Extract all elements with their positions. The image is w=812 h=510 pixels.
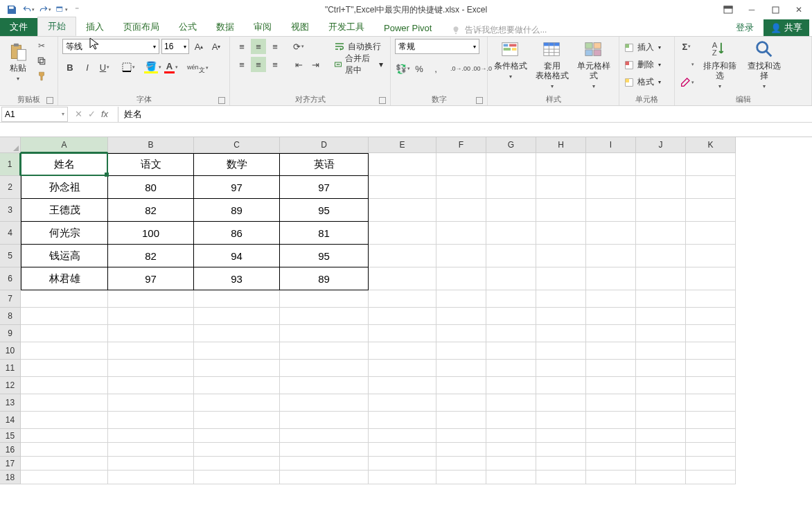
column-header[interactable]: B [108, 137, 194, 153]
cell[interactable] [536, 199, 586, 222]
cell[interactable]: 林君雄 [21, 267, 108, 290]
cell[interactable] [369, 394, 436, 412]
cell[interactable] [536, 394, 586, 412]
cell[interactable] [108, 443, 194, 457]
tab-review[interactable]: 审阅 [244, 18, 281, 36]
cell[interactable] [280, 471, 369, 484]
cell[interactable] [436, 429, 486, 443]
cell[interactable] [21, 412, 108, 429]
column-header[interactable]: K [686, 137, 736, 153]
fx-icon[interactable]: fx [101, 109, 112, 119]
cell[interactable]: 81 [280, 222, 369, 245]
row-header[interactable]: 1 [0, 153, 21, 176]
cell[interactable] [280, 377, 369, 394]
tab-formulas[interactable]: 公式 [169, 18, 206, 36]
row-header[interactable]: 17 [0, 457, 21, 471]
minimize-icon[interactable]: ─ [741, 2, 762, 17]
redo-icon[interactable]: ▾ [39, 3, 51, 16]
cell[interactable] [21, 457, 108, 471]
cell[interactable] [486, 471, 536, 484]
cell[interactable] [636, 199, 686, 222]
font-launcher[interactable] [218, 97, 225, 104]
cell[interactable] [436, 308, 486, 325]
cell[interactable] [280, 325, 369, 342]
cell[interactable] [686, 360, 736, 377]
cell[interactable] [369, 245, 436, 267]
cell[interactable] [369, 153, 436, 176]
cell[interactable] [486, 245, 536, 267]
increase-indent-icon[interactable]: ⇥ [308, 57, 323, 72]
cell[interactable] [369, 308, 436, 325]
cell[interactable] [686, 471, 736, 484]
cell[interactable] [586, 377, 636, 394]
row-header[interactable]: 9 [0, 325, 21, 342]
row-header[interactable]: 5 [0, 245, 21, 267]
border-button[interactable]: ▾ [121, 60, 136, 75]
cell[interactable] [194, 325, 280, 342]
cell[interactable]: 80 [108, 176, 194, 199]
cell[interactable] [194, 429, 280, 443]
cell[interactable] [486, 412, 536, 429]
font-color-button[interactable]: A▾ [164, 60, 179, 75]
phonetic-button[interactable]: wén文▾ [187, 60, 209, 75]
cell[interactable] [21, 308, 108, 325]
login-button[interactable]: 登录 [732, 19, 758, 36]
conditional-format-button[interactable]: 条件格式▾ [492, 39, 529, 82]
undo-icon[interactable]: ▾ [22, 3, 35, 16]
cell[interactable] [486, 222, 536, 245]
cell-styles-button[interactable]: 单元格样式▾ [575, 39, 612, 91]
cell[interactable] [369, 471, 436, 484]
cell[interactable] [536, 245, 586, 267]
cell[interactable]: 95 [280, 245, 369, 267]
cell[interactable] [21, 443, 108, 457]
cell[interactable] [108, 360, 194, 377]
cell[interactable] [586, 471, 636, 484]
row-header[interactable]: 10 [0, 342, 21, 360]
sort-filter-button[interactable]: AZ 排序和筛选▾ [701, 39, 739, 91]
cell[interactable] [436, 325, 486, 342]
cell[interactable] [108, 429, 194, 443]
cell[interactable] [436, 222, 486, 245]
cell[interactable] [686, 199, 736, 222]
cell[interactable] [280, 342, 369, 360]
cell[interactable] [486, 308, 536, 325]
align-bottom-icon[interactable]: ≡ [267, 39, 283, 54]
cell[interactable] [369, 377, 436, 394]
column-header[interactable]: H [536, 137, 586, 153]
tell-me-search[interactable]: 告诉我您想要做什么... [451, 24, 547, 36]
cell[interactable] [280, 412, 369, 429]
tab-home[interactable]: 开始 [37, 17, 76, 36]
close-icon[interactable]: ✕ [788, 2, 809, 17]
underline-button[interactable]: U▾ [97, 60, 112, 75]
cell[interactable] [369, 360, 436, 377]
cell[interactable] [486, 377, 536, 394]
row-header[interactable]: 3 [0, 199, 21, 222]
cell[interactable] [636, 377, 686, 394]
increase-decimal-icon[interactable]: .0→.00 [450, 61, 470, 76]
align-left-icon[interactable]: ≡ [234, 57, 249, 72]
decrease-font-icon[interactable]: A▾ [209, 39, 224, 54]
cells-area[interactable]: 姓名语文数学英语孙念祖809797王德茂828995何光宗1008681钱运高8… [21, 153, 736, 484]
cell[interactable] [586, 153, 636, 176]
cell[interactable] [636, 457, 686, 471]
column-header[interactable]: E [369, 137, 436, 153]
cell[interactable] [194, 360, 280, 377]
fill-color-button[interactable]: 🪣▾ [144, 60, 161, 75]
cell[interactable] [194, 377, 280, 394]
column-header[interactable]: D [280, 137, 369, 153]
cell[interactable] [194, 457, 280, 471]
cell[interactable] [486, 443, 536, 457]
row-header[interactable]: 11 [0, 360, 21, 377]
tab-insert[interactable]: 插入 [76, 18, 114, 36]
cell[interactable] [586, 290, 636, 308]
tab-power-pivot[interactable]: Power Pivot [374, 20, 441, 36]
cell[interactable]: 86 [194, 222, 280, 245]
cell[interactable] [108, 377, 194, 394]
save-icon[interactable] [6, 3, 18, 16]
number-format-combo[interactable]: 常规▾ [395, 39, 479, 54]
cell[interactable] [536, 342, 586, 360]
cell[interactable]: 97 [280, 176, 369, 199]
ribbon-display-icon[interactable] [718, 2, 739, 17]
cell[interactable] [686, 443, 736, 457]
cell[interactable] [194, 308, 280, 325]
